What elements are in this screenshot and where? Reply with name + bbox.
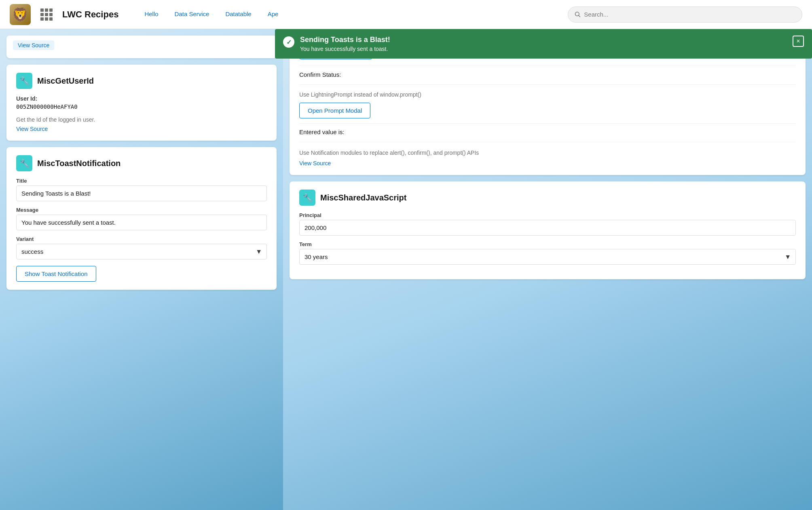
confirm-status: Confirm Status:: [299, 65, 796, 78]
svg-line-1: [579, 15, 580, 17]
toast-success-icon: ✓: [283, 36, 294, 48]
right-panel: Open Confirm Modal Confirm Status: Use L…: [283, 29, 812, 510]
open-prompt-modal-button[interactable]: Open Prompt Modal: [299, 103, 370, 118]
toast-variant-label: Variant: [16, 236, 267, 242]
main-content: View Source 🔧 MiscGetUserId User Id: 005…: [0, 29, 812, 510]
principal-input[interactable]: [299, 220, 796, 236]
user-id-label: User Id:: [16, 95, 267, 102]
term-label: Term: [299, 241, 796, 247]
misc-toast-title: MiscToastNotification: [37, 159, 121, 168]
get-user-id-view-source[interactable]: View Source: [16, 126, 48, 132]
app-logo: 🦁: [10, 4, 31, 25]
section-divider-2: [299, 142, 796, 142]
misc-shared-title: MiscSharedJavaScript: [320, 193, 406, 202]
show-toast-button[interactable]: Show Toast Notification: [16, 266, 96, 282]
notification-view-source[interactable]: View Source: [299, 160, 331, 166]
nav-tabs: Hello Data Service Datatable Ape: [138, 0, 285, 29]
misc-get-user-id-card: 🔧 MiscGetUserId User Id: 005ZN000000HeAF…: [6, 65, 277, 141]
user-id-value: 005ZN000000HeAFYA0: [16, 103, 267, 110]
toast-card-icon-wrench: 🔧: [16, 155, 32, 171]
card-icon-wrench: 🔧: [16, 73, 32, 89]
top-bar: 🦁 LWC Recipes Hello Data Service Datatab…: [0, 0, 812, 29]
grid-menu-icon[interactable]: [40, 8, 53, 21]
toast-title-input[interactable]: [16, 185, 267, 201]
nav-tab-datatable[interactable]: Datatable: [219, 0, 258, 29]
toast-message-label: Message: [16, 207, 267, 213]
view-source-partial-card: View Source: [6, 36, 277, 58]
toast-message-input[interactable]: [16, 215, 267, 230]
search-box[interactable]: [568, 6, 802, 23]
toast-title-label: Title: [16, 178, 267, 184]
toast-title: Sending Toasts is a Blast!: [300, 36, 787, 44]
toast-variant-select[interactable]: success info warning error: [16, 244, 267, 259]
misc-toast-notification-card: 🔧 MiscToastNotification Title Message Va…: [6, 147, 277, 290]
app-name: LWC Recipes: [62, 9, 118, 20]
nav-tab-ape[interactable]: Ape: [261, 0, 285, 29]
search-input[interactable]: [584, 11, 795, 18]
toast-variant-wrapper: success info warning error ▼: [16, 244, 267, 259]
shared-card-header: 🔧 MiscSharedJavaScript: [299, 190, 796, 206]
search-icon: [575, 11, 581, 18]
view-source-partial-link[interactable]: View Source: [13, 40, 54, 50]
term-select-wrapper: 30 years 15 years 10 years ▼: [299, 249, 796, 265]
toast-content: Sending Toasts is a Blast! You have succ…: [300, 36, 787, 52]
notification-description: Use Notification modules to replace aler…: [299, 149, 796, 157]
term-select[interactable]: 30 years 15 years 10 years: [299, 249, 796, 265]
toast-notification: ✓ Sending Toasts is a Blast! You have su…: [275, 29, 812, 59]
prompt-description: Use LightningPrompt instead of window.pr…: [299, 91, 796, 98]
misc-get-user-id-title: MiscGetUserId: [37, 76, 94, 86]
nav-tab-data-service[interactable]: Data Service: [168, 0, 216, 29]
toast-message: You have successfully sent a toast.: [300, 46, 787, 52]
nav-tab-hello[interactable]: Hello: [138, 0, 165, 29]
card-header: 🔧 MiscGetUserId: [16, 73, 267, 89]
get-user-id-description: Get the Id of the logged in user.: [16, 116, 267, 123]
principal-label: Principal: [299, 212, 796, 218]
misc-shared-javascript-card: 🔧 MiscSharedJavaScript Principal Term 30…: [290, 181, 806, 279]
toast-card-header: 🔧 MiscToastNotification: [16, 155, 267, 171]
entered-value: Entered value is:: [299, 123, 796, 135]
left-panel: View Source 🔧 MiscGetUserId User Id: 005…: [0, 29, 283, 510]
toast-close-button[interactable]: ×: [793, 36, 804, 47]
shared-card-icon-wrench: 🔧: [299, 190, 315, 206]
section-divider-1: [299, 84, 796, 85]
